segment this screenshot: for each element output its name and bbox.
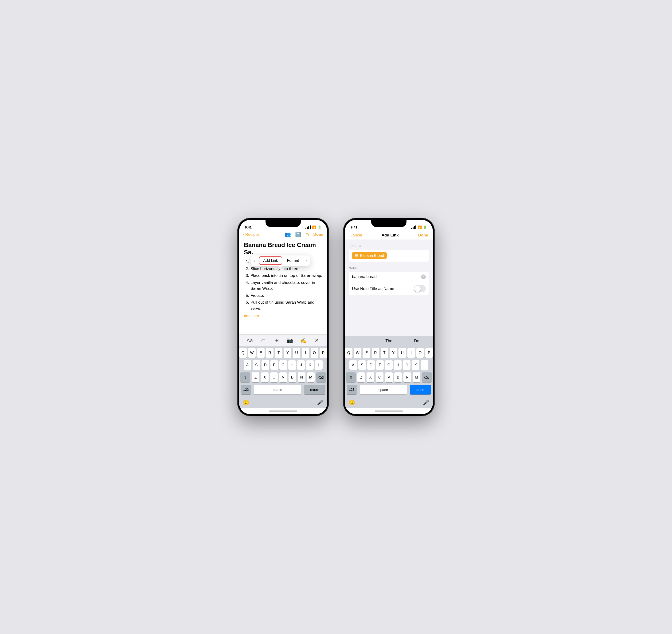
name-input[interactable]: banana bread bbox=[352, 274, 421, 279]
add-link-done-button[interactable]: Done bbox=[418, 233, 428, 238]
key-r-e[interactable]: E bbox=[363, 348, 370, 358]
key-r-shift[interactable]: ⇧ bbox=[346, 372, 356, 382]
nav-actions-left: 👥 ⬆️ ⊙ Done bbox=[284, 231, 324, 238]
mic-btn-left[interactable]: 🎤 bbox=[317, 400, 323, 406]
key-o[interactable]: O bbox=[310, 348, 318, 358]
note-icon: ☰ bbox=[355, 253, 358, 258]
key-e[interactable]: E bbox=[257, 348, 264, 358]
ctx-next-arrow[interactable]: › bbox=[303, 259, 310, 263]
emoji-btn-right[interactable]: 🙂 bbox=[349, 400, 355, 406]
cancel-button[interactable]: Cancel bbox=[350, 233, 362, 238]
key-nums[interactable]: 123 bbox=[241, 385, 251, 394]
key-d[interactable]: D bbox=[261, 360, 269, 370]
key-r-p[interactable]: P bbox=[425, 348, 433, 358]
key-q[interactable]: Q bbox=[239, 348, 247, 358]
key-r-nums[interactable]: 123 bbox=[347, 385, 357, 394]
ctx-div1 bbox=[258, 257, 258, 264]
list-item-2: 2. Slice horizontally into three. bbox=[244, 266, 322, 272]
key-r-x[interactable]: X bbox=[367, 372, 374, 382]
key-r-t[interactable]: T bbox=[381, 348, 388, 358]
use-note-title-toggle[interactable] bbox=[414, 285, 426, 292]
time-left: 9:41 bbox=[245, 225, 252, 229]
key-p[interactable]: P bbox=[320, 348, 327, 358]
key-j[interactable]: J bbox=[297, 360, 305, 370]
link-pill[interactable]: ☰ Banana Bread bbox=[352, 252, 387, 259]
key-shift[interactable]: ⇧ bbox=[240, 372, 250, 382]
key-r-done[interactable]: done bbox=[410, 385, 431, 394]
key-h[interactable]: H bbox=[288, 360, 296, 370]
key-b[interactable]: B bbox=[288, 372, 296, 382]
mic-btn-right[interactable]: 🎤 bbox=[423, 400, 429, 406]
key-r-y[interactable]: Y bbox=[390, 348, 397, 358]
key-r-d[interactable]: D bbox=[367, 360, 375, 370]
key-r-a[interactable]: A bbox=[349, 360, 357, 370]
key-r-o[interactable]: O bbox=[416, 348, 424, 358]
ctx-prev-arrow[interactable]: ‹ bbox=[251, 259, 258, 263]
key-delete[interactable]: ⌫ bbox=[316, 372, 326, 382]
key-z[interactable]: Z bbox=[252, 372, 259, 382]
key-r-u[interactable]: U bbox=[398, 348, 406, 358]
back-button-left[interactable]: ‹ Recipes bbox=[243, 232, 260, 237]
key-y[interactable]: Y bbox=[284, 348, 291, 358]
key-return[interactable]: return bbox=[304, 385, 325, 394]
key-r-b[interactable]: B bbox=[394, 372, 402, 382]
camera-btn[interactable]: 📷 bbox=[285, 336, 295, 345]
home-bar-right bbox=[375, 411, 403, 412]
more-icon[interactable]: ⊙ bbox=[305, 232, 309, 237]
key-r-s[interactable]: S bbox=[358, 360, 366, 370]
phone-left: 9:41 📶 🔋 ‹ Recipes 👥 ⬆️ ⊙ bbox=[237, 218, 329, 416]
link-to-section: ☰ Banana Bread bbox=[349, 250, 429, 262]
font-btn[interactable]: Aa bbox=[245, 336, 254, 345]
done-button-left[interactable]: Done bbox=[314, 232, 324, 237]
key-s[interactable]: S bbox=[253, 360, 260, 370]
key-r-z[interactable]: Z bbox=[357, 372, 365, 382]
key-m[interactable]: M bbox=[307, 372, 315, 382]
key-c[interactable]: C bbox=[270, 372, 278, 382]
key-r-space[interactable]: space bbox=[360, 385, 407, 394]
key-i[interactable]: I bbox=[302, 348, 309, 358]
key-r-f[interactable]: F bbox=[376, 360, 384, 370]
key-f[interactable]: F bbox=[271, 360, 278, 370]
key-space[interactable]: space bbox=[254, 385, 301, 394]
key-r-l[interactable]: L bbox=[421, 360, 428, 370]
ctx-format-button[interactable]: Format bbox=[283, 259, 303, 263]
share-icon[interactable]: ⬆️ bbox=[295, 232, 301, 237]
key-l[interactable]: L bbox=[315, 360, 323, 370]
emoji-btn-left[interactable]: 🙂 bbox=[243, 400, 249, 406]
key-u[interactable]: U bbox=[293, 348, 300, 358]
key-a[interactable]: A bbox=[244, 360, 251, 370]
list-btn[interactable]: ≔ bbox=[258, 336, 268, 345]
clear-name-button[interactable]: ✕ bbox=[421, 274, 426, 279]
key-r[interactable]: R bbox=[266, 348, 274, 358]
key-r-k[interactable]: K bbox=[412, 360, 419, 370]
key-r-j[interactable]: J bbox=[403, 360, 411, 370]
suggestion-im[interactable]: I'm bbox=[403, 339, 431, 343]
table-btn[interactable]: ⊞ bbox=[272, 336, 281, 345]
suggestion-the[interactable]: The bbox=[375, 339, 402, 343]
close-toolbar-btn[interactable]: ✕ bbox=[312, 336, 321, 345]
scribble-btn[interactable]: ✍ bbox=[299, 336, 308, 345]
key-r-n[interactable]: N bbox=[403, 372, 411, 382]
emoji-row-right: 🙂 🎤 bbox=[345, 397, 433, 408]
key-k[interactable]: K bbox=[306, 360, 314, 370]
ctx-add-link-button[interactable]: Add Link bbox=[259, 257, 282, 265]
key-r-m[interactable]: M bbox=[413, 372, 420, 382]
key-r-c[interactable]: C bbox=[376, 372, 384, 382]
key-x[interactable]: X bbox=[261, 372, 269, 382]
key-r-h[interactable]: H bbox=[394, 360, 401, 370]
key-w[interactable]: W bbox=[248, 348, 256, 358]
key-n[interactable]: N bbox=[298, 372, 305, 382]
key-r-g[interactable]: G bbox=[385, 360, 393, 370]
key-r-i[interactable]: I bbox=[408, 348, 415, 358]
key-r-r[interactable]: R bbox=[372, 348, 379, 358]
suggestion-i[interactable]: I bbox=[347, 339, 375, 343]
collaborate-icon[interactable]: 👥 bbox=[284, 231, 291, 238]
toggle-row: Use Note Title as Name bbox=[349, 282, 429, 295]
key-t[interactable]: T bbox=[275, 348, 282, 358]
key-r-v[interactable]: V bbox=[385, 372, 393, 382]
key-r-q[interactable]: Q bbox=[345, 348, 352, 358]
key-v[interactable]: V bbox=[279, 372, 287, 382]
key-r-delete[interactable]: ⌫ bbox=[422, 372, 432, 382]
key-r-w[interactable]: W bbox=[354, 348, 362, 358]
key-g[interactable]: G bbox=[279, 360, 287, 370]
